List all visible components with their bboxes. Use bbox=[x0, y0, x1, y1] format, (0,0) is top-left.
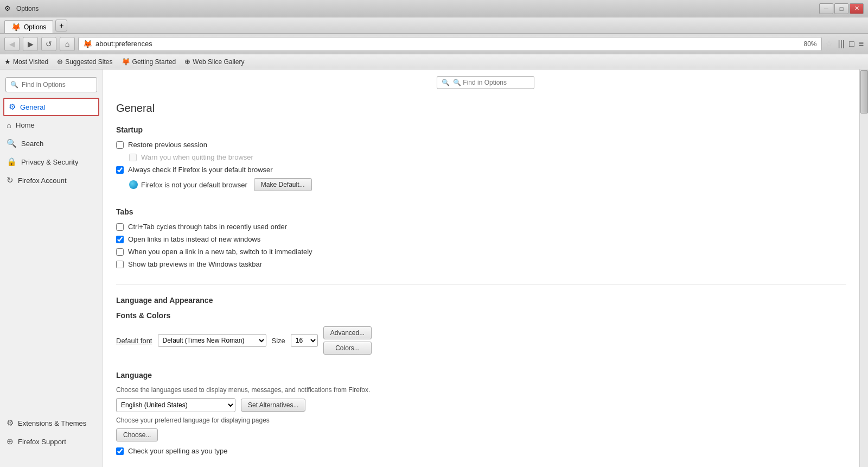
open-links-label: Open links in tabs instead of new window… bbox=[128, 235, 260, 243]
default-browser-checkbox[interactable] bbox=[116, 166, 124, 174]
minimize-button[interactable]: ─ bbox=[819, 3, 833, 14]
font-select[interactable]: Default (Times New Roman) bbox=[158, 334, 266, 347]
bookmarks-bar: ★ Most Visited ⊕ Suggested Sites 🦊 Getti… bbox=[0, 54, 868, 70]
fonts-colors-section: Fonts & Colors Default font Default (Tim… bbox=[116, 311, 846, 355]
sidebar-item-label: Search bbox=[21, 140, 43, 148]
tabs-section: Tabs Ctrl+Tab cycles through tabs in rec… bbox=[116, 207, 846, 268]
open-links-checkbox[interactable] bbox=[116, 236, 124, 243]
find-options-input[interactable] bbox=[22, 81, 92, 89]
sidebar-item-extensions[interactable]: ⚙ Extensions & Themes bbox=[0, 414, 103, 432]
lang-appearance-title: Language and Appearance bbox=[116, 296, 846, 305]
search-icon: 🔍 bbox=[7, 138, 17, 148]
startup-section: Startup Restore previous session Warn yo… bbox=[116, 125, 846, 191]
tab-options[interactable]: 🦊 Options bbox=[4, 20, 53, 33]
bookmark-web-slice[interactable]: ⊕ Web Slice Gallery bbox=[184, 58, 244, 66]
sidebar-item-account[interactable]: ↻ Firefox Account bbox=[0, 171, 103, 190]
tab-bar: 🦊 Options + bbox=[0, 17, 868, 34]
bookmark-label: Most Visited bbox=[13, 58, 48, 66]
sidebar-item-label: Firefox Support bbox=[18, 438, 66, 446]
new-tab-button[interactable]: + bbox=[55, 20, 67, 31]
title-bar: ⚙ Options ─ □ ✕ bbox=[0, 0, 868, 17]
language-section: Language Choose the languages used to di… bbox=[116, 371, 846, 455]
browser-status: Firefox is not your default browser bbox=[129, 180, 247, 189]
default-browser-status-row: Firefox is not your default browser Make… bbox=[129, 178, 846, 191]
sidebar-item-general[interactable]: ⚙ General bbox=[3, 98, 99, 116]
find-magnifier-icon: 🔍 bbox=[442, 79, 450, 86]
language-select[interactable]: English (United States) bbox=[116, 398, 235, 412]
language-appearance-section: Language and Appearance Fonts & Colors D… bbox=[116, 296, 846, 455]
tabs-title: Tabs bbox=[116, 207, 846, 216]
sidebar-item-support[interactable]: ⊕ Firefox Support bbox=[0, 432, 103, 451]
library-icon[interactable]: ||| bbox=[838, 39, 845, 49]
refresh-button[interactable]: ↺ bbox=[41, 37, 56, 51]
warn-quit-checkbox[interactable] bbox=[129, 154, 137, 161]
size-select[interactable]: 16 bbox=[291, 334, 318, 347]
sidebar-item-label: Firefox Account bbox=[18, 176, 67, 185]
section-divider bbox=[116, 285, 846, 285]
bookmark-most-visited[interactable]: ★ Most Visited bbox=[4, 58, 48, 66]
make-default-button[interactable]: Make Default... bbox=[254, 178, 312, 191]
home-button[interactable]: ⌂ bbox=[60, 37, 75, 51]
browser-status-text: Firefox is not your default browser bbox=[141, 181, 247, 189]
sidebar-item-privacy[interactable]: 🔒 Privacy & Security bbox=[0, 153, 103, 171]
menu-icon[interactable]: ≡ bbox=[859, 39, 864, 49]
content-find-bar[interactable]: 🔍 bbox=[437, 76, 534, 89]
bookmark-label: Web Slice Gallery bbox=[193, 58, 244, 66]
find-options-container: 🔍 bbox=[5, 77, 97, 92]
content-area: 🔍 General Startup Restore previous sessi… bbox=[103, 70, 868, 467]
url-bar[interactable]: 🦊 about:preferences 80% bbox=[78, 37, 822, 51]
find-options-bar[interactable]: 🔍 bbox=[5, 77, 97, 92]
search-icon: 🔍 bbox=[10, 81, 18, 89]
restore-session-checkbox[interactable] bbox=[116, 141, 124, 149]
colors-button[interactable]: Colors... bbox=[323, 342, 372, 355]
scrollbar-thumb[interactable] bbox=[860, 70, 868, 113]
choose-lang-row: Choose... bbox=[116, 428, 846, 441]
scrollbar[interactable] bbox=[859, 70, 868, 467]
warn-quit-row: Warn you when quitting the browser bbox=[129, 153, 846, 161]
set-alternatives-button[interactable]: Set Alternatives... bbox=[241, 399, 305, 412]
nav-bar: ◀ ▶ ↺ ⌂ 🦊 about:preferences 80% ☆ ||| □ … bbox=[0, 34, 868, 54]
maximize-button[interactable]: □ bbox=[834, 3, 848, 14]
choose-button[interactable]: Choose... bbox=[116, 428, 158, 441]
ctrl-tab-label: Ctrl+Tab cycles through tabs in recently… bbox=[128, 223, 287, 231]
advanced-button[interactable]: Advanced... bbox=[323, 326, 372, 339]
app-icon: ⚙ bbox=[4, 4, 13, 13]
url-firefox-icon: 🦊 bbox=[83, 40, 92, 48]
close-button[interactable]: ✕ bbox=[850, 3, 864, 14]
warn-quit-label: Warn you when quitting the browser bbox=[141, 153, 253, 161]
forward-button[interactable]: ▶ bbox=[23, 37, 38, 51]
toolbar-icons: ||| □ ≡ bbox=[838, 39, 864, 49]
sidebar-item-search[interactable]: 🔍 Search bbox=[0, 134, 103, 153]
zoom-level: 80% bbox=[803, 40, 816, 48]
sidebar: 🔍 ⚙ General ⌂ Home 🔍 Search 🔒 Privacy & … bbox=[0, 70, 103, 467]
tab-previews-checkbox[interactable] bbox=[116, 261, 124, 268]
find-bar-container: 🔍 bbox=[103, 70, 868, 93]
main-layout: 🔍 ⚙ General ⌂ Home 🔍 Search 🔒 Privacy & … bbox=[0, 70, 868, 467]
ctrl-tab-checkbox[interactable] bbox=[116, 223, 124, 231]
fonts-colors-title: Fonts & Colors bbox=[116, 311, 846, 320]
spell-check-row: Check your spelling as you type bbox=[116, 447, 846, 455]
sidebar-item-label: Extensions & Themes bbox=[18, 419, 86, 427]
page-content: General Startup Restore previous session… bbox=[103, 93, 868, 467]
sidebar-item-label: Home bbox=[16, 121, 35, 129]
extensions-icon: ⚙ bbox=[7, 418, 14, 428]
suggested-icon: ⊕ bbox=[57, 58, 63, 66]
back-button[interactable]: ◀ bbox=[4, 37, 20, 51]
restore-session-row: Restore previous session bbox=[116, 141, 846, 149]
bookmark-star[interactable]: ☆ bbox=[825, 39, 833, 49]
content-find-input[interactable] bbox=[453, 79, 529, 86]
bookmark-getting-started[interactable]: 🦊 Getting Started bbox=[122, 58, 176, 66]
page-title: General bbox=[116, 102, 846, 115]
sidebar-icon[interactable]: □ bbox=[849, 39, 854, 49]
web-slice-icon: ⊕ bbox=[184, 58, 190, 66]
switch-tab-row: When you open a link in a new tab, switc… bbox=[116, 248, 846, 256]
spell-check-label: Check your spelling as you type bbox=[128, 447, 228, 455]
sidebar-item-home[interactable]: ⌂ Home bbox=[0, 116, 103, 134]
sidebar-bottom: ⚙ Extensions & Themes ⊕ Firefox Support bbox=[0, 414, 103, 451]
switch-tab-checkbox[interactable] bbox=[116, 248, 124, 256]
default-font-label: Default font bbox=[116, 337, 152, 345]
status-dot-icon bbox=[129, 180, 138, 189]
firefox-tab-icon: 🦊 bbox=[11, 23, 21, 31]
spell-check-checkbox[interactable] bbox=[116, 447, 124, 455]
bookmark-suggested[interactable]: ⊕ Suggested Sites bbox=[57, 58, 112, 66]
